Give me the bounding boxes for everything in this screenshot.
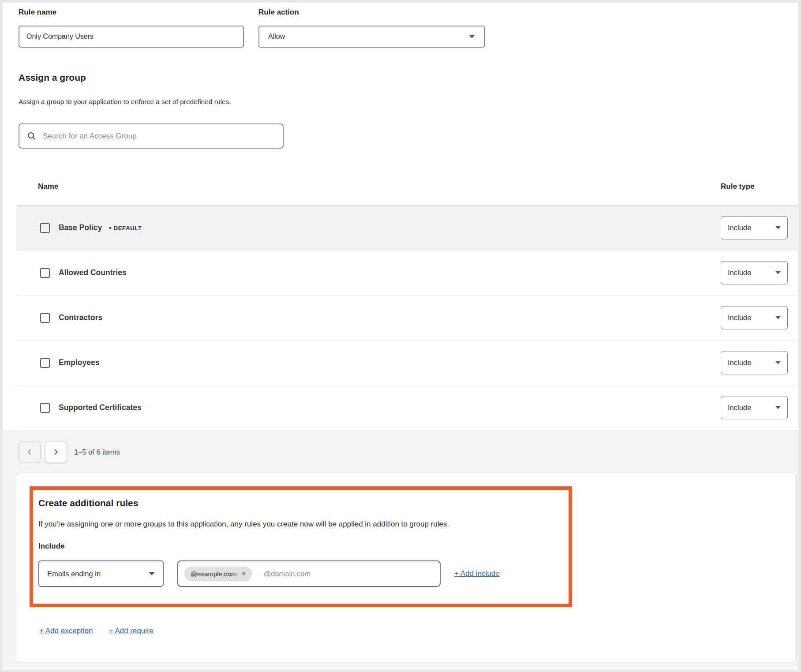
rule-action-value: Allow [268,33,285,41]
row-checkbox[interactable] [40,313,50,323]
chip-remove-icon[interactable]: ✕ [241,571,246,577]
rule-type-cell: Include [721,216,798,239]
email-domain-input[interactable]: @example.com ✕ @domain.com [177,560,441,587]
bottom-zone: 1–5 of 6 items Create additional rules I… [3,430,798,668]
row-name-cell: Employees [16,358,721,368]
table-header: Name Rule type [16,168,798,205]
rule-type-select[interactable]: Include [721,351,788,374]
include-label: Include [38,542,560,551]
chevron-left-icon [26,449,33,455]
search-input[interactable] [43,132,275,141]
create-rules-title: Create additional rules [38,498,560,508]
group-name: Contractors [59,313,102,322]
previous-page-button[interactable] [19,441,41,463]
row-checkbox[interactable] [40,358,50,368]
access-group-search[interactable] [19,123,284,149]
rule-name-input[interactable] [19,26,244,48]
top-form: Rule name Rule action Allow [3,3,798,48]
add-require-link[interactable]: + Add require [109,627,153,635]
highlight-box: Create additional rules If you're assign… [30,486,572,607]
group-name: Employees [59,358,99,367]
email-input-placeholder: @domain.com [264,570,311,578]
rule-type-select[interactable]: Include [721,261,788,284]
table-row: Contractors Include [16,295,798,340]
table-row: Base Policy DEFAULT Include [16,205,798,250]
rule-condition-value: Emails ending in [47,570,101,578]
email-chip-value: @example.com [191,570,236,578]
table-row: Employees Include [16,340,798,385]
rule-type-value: Include [728,269,751,277]
group-name: Base Policy [59,223,102,232]
row-checkbox[interactable] [40,268,50,278]
rule-type-cell: Include [721,306,798,329]
rule-action-select[interactable]: Allow [258,26,485,48]
row-checkbox[interactable] [40,403,50,413]
page: Rule name Rule action Allow Assign a gro… [0,0,801,672]
rule-type-cell: Include [721,396,798,419]
footer-links: + Add exception + Add require [39,627,796,635]
rule-type-cell: Include [721,261,798,284]
chevron-down-icon [775,226,781,229]
column-header-name: Name [16,182,721,191]
column-header-rule-type: Rule type [721,182,798,191]
rule-type-value: Include [728,314,751,322]
group-name: Supported Certificates [59,403,142,412]
assign-group-description: Assign a group to your application to en… [19,98,798,106]
pagination: 1–5 of 6 items [19,441,798,463]
rule-type-select[interactable]: Include [721,396,788,419]
default-badge: DEFAULT [109,224,142,231]
row-name-cell: Allowed Countries [16,268,721,278]
rule-name-label: Rule name [19,8,244,17]
rule-type-value: Include [728,403,751,412]
pagination-label: 1–5 of 6 items [74,448,120,456]
chevron-down-icon [775,406,781,409]
row-name-cell: Supported Certificates [16,403,721,413]
row-name-cell: Base Policy DEFAULT [16,223,721,233]
create-rules-description: If you're assigning one or more groups t… [38,520,560,529]
chevron-right-icon [53,449,59,455]
rule-type-select[interactable]: Include [721,306,788,329]
chevron-down-icon [149,572,155,575]
rule-action-label: Rule action [258,8,485,17]
chevron-down-icon [775,361,781,364]
rule-type-value: Include [728,224,751,232]
rule-condition-select[interactable]: Emails ending in [38,560,164,587]
rule-type-value: Include [728,358,751,367]
table-row: Allowed Countries Include [16,250,798,295]
row-name-cell: Contractors [16,313,721,323]
include-rule-controls: Emails ending in @example.com ✕ @domain.… [38,560,560,587]
rule-action-field: Rule action Allow [258,8,485,48]
next-page-button[interactable] [45,441,67,463]
group-name: Allowed Countries [59,268,127,277]
rule-name-field: Rule name [19,8,244,48]
access-groups-table: Name Rule type Base Policy DEFAULT Inclu… [16,168,798,430]
rule-type-select[interactable]: Include [721,216,788,239]
add-include-link[interactable]: + Add include [454,569,500,578]
chevron-down-icon [775,316,781,319]
table-row: Supported Certificates Include [16,385,798,430]
add-exception-link[interactable]: + Add exception [39,627,93,635]
chevron-down-icon [775,271,781,274]
email-chip: @example.com ✕ [184,567,252,581]
rule-type-cell: Include [721,351,798,374]
assign-group-title: Assign a group [19,72,798,83]
chevron-down-icon [469,35,475,38]
search-icon [27,132,36,140]
create-rules-card: Create additional rules If you're assign… [16,473,797,662]
row-checkbox[interactable] [40,223,50,233]
